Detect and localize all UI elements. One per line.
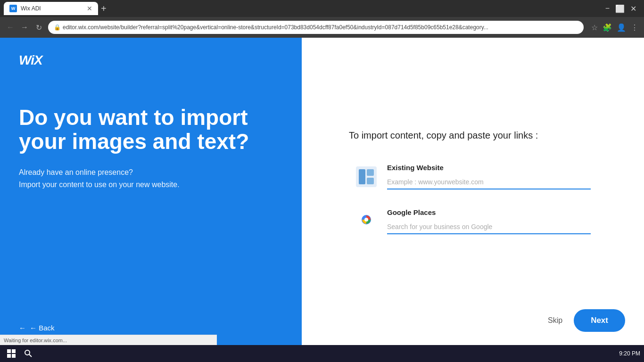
bookmark-icon[interactable]: ☆ [591, 23, 598, 32]
taskbar-time: 9:20 PM [619, 350, 640, 357]
existing-website-label: Existing Website [387, 164, 591, 172]
svg-rect-1 [359, 169, 365, 184]
google-maps-svg-icon [356, 211, 377, 232]
minimize-button[interactable]: − [605, 4, 610, 13]
wix-logo: WiX [19, 53, 283, 68]
existing-website-field: Existing Website [387, 164, 591, 189]
status-bar: Waiting for editor.wix.com... [0, 335, 217, 345]
tab-favicon: W [9, 5, 17, 12]
reload-button[interactable]: ↻ [34, 23, 43, 32]
headline: Do you want to import your images and te… [19, 106, 283, 153]
profile-icon[interactable]: 👤 [617, 23, 626, 32]
google-places-icon [355, 210, 378, 233]
subtext-line2: Import your content to use on your new w… [19, 179, 283, 191]
left-panel: WiX Do you want to import your images an… [0, 38, 302, 345]
existing-website-row: Existing Website [355, 164, 591, 189]
start-button[interactable] [4, 346, 19, 361]
website-svg-icon [356, 166, 377, 187]
extension-icon[interactable]: 🧩 [603, 23, 612, 32]
google-places-row: Google Places [355, 208, 591, 234]
main-content: WiX Do you want to import your images an… [0, 38, 644, 345]
taskbar-status: 9:20 PM [619, 350, 640, 357]
svg-rect-10 [7, 354, 11, 358]
forward-nav-button[interactable]: → [20, 23, 29, 32]
svg-rect-2 [367, 169, 374, 176]
google-places-field: Google Places [387, 208, 591, 234]
tab-bar: W Wix ADI ✕ + − ⬜ ✕ [0, 0, 644, 17]
svg-rect-8 [7, 349, 11, 353]
skip-button[interactable]: Skip [548, 316, 562, 325]
back-arrow-icon: ← [19, 324, 26, 332]
google-places-label: Google Places [387, 208, 591, 216]
address-input[interactable]: 🔒 editor.wix.com/website/builder?referra… [48, 21, 584, 34]
address-text: editor.wix.com/website/builder?referral=… [63, 24, 488, 31]
right-panel: To import content, copy and paste your l… [302, 38, 644, 345]
subtext: Already have an online presence? Import … [19, 166, 283, 190]
search-taskbar-button[interactable] [21, 346, 36, 361]
menu-icon[interactable]: ⋮ [631, 23, 638, 32]
import-title: To import content, copy and paste your l… [349, 130, 538, 141]
lock-icon: 🔒 [54, 24, 61, 31]
status-text: Waiting for editor.wix.com... [4, 337, 67, 343]
back-button[interactable]: ← ← Back [19, 324, 55, 332]
next-button[interactable]: Next [574, 309, 625, 332]
browser-chrome: W Wix ADI ✕ + − ⬜ ✕ ← → ↻ 🔒 editor.wix.c… [0, 0, 644, 38]
svg-rect-11 [12, 354, 16, 358]
back-label: ← Back [30, 324, 55, 332]
toolbar-icons: ☆ 🧩 👤 ⋮ [591, 23, 638, 32]
back-nav-button[interactable]: ← [6, 23, 15, 32]
bottom-actions: Skip Next [548, 309, 625, 332]
window-close-button[interactable]: ✕ [630, 4, 636, 13]
svg-rect-9 [12, 349, 16, 353]
svg-point-7 [364, 218, 368, 222]
window-controls: − ⬜ ✕ [605, 4, 636, 13]
new-tab-button[interactable]: + [101, 3, 107, 14]
existing-website-icon [355, 165, 378, 188]
maximize-button[interactable]: ⬜ [615, 4, 625, 13]
import-form: Existing Website [355, 164, 591, 253]
taskbar: 9:20 PM [0, 345, 644, 362]
tab-close-button[interactable]: ✕ [87, 5, 92, 12]
svg-point-12 [25, 350, 30, 355]
tab-label: Wix ADI [21, 5, 41, 12]
subtext-line1: Already have an online presence? [19, 166, 283, 179]
svg-line-13 [29, 354, 32, 357]
active-tab[interactable]: W Wix ADI ✕ [4, 2, 98, 15]
address-bar: ← → ↻ 🔒 editor.wix.com/website/builder?r… [0, 17, 644, 38]
svg-rect-3 [367, 178, 374, 184]
google-places-input[interactable] [387, 220, 591, 234]
existing-website-input[interactable] [387, 175, 591, 189]
